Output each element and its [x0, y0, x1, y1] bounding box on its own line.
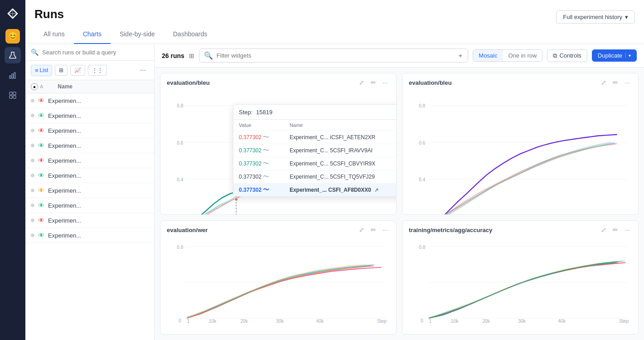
svg-text:0: 0 [179, 318, 181, 323]
list-item[interactable]: 👁 Experimen... [25, 123, 154, 138]
table-row: 0.377302 〜 Experiment_... CSFI_AF8D0XX0 … [233, 184, 397, 197]
list-item[interactable]: 👁 Experimen... [25, 93, 154, 108]
content-area: 🔍 ≡ List ⊞ 📈 ⋮⋮ ··· [25, 44, 644, 340]
chart-svg: 0.8 0 1 10k 20k 30k 40k Step [167, 237, 390, 328]
eye-icon[interactable]: 👁 [38, 127, 44, 134]
sidebar-icon-grid[interactable] [5, 87, 21, 103]
tooltip-table: Value Name Metric 0.377302 〜 Experiment_… [233, 120, 397, 196]
filter-star-icon[interactable]: ✦ [458, 52, 463, 59]
table-icon: ⊞ [59, 67, 63, 73]
svg-text:Step: Step [619, 319, 629, 324]
more-chart-button[interactable]: ··· [623, 225, 632, 234]
expand-chart-button[interactable]: ⤢ [599, 225, 608, 234]
mosaic-view-button[interactable]: Mosaic [473, 50, 503, 61]
step-label: Step: [239, 109, 252, 116]
right-panel: 26 runs ⊞ 🔍 ✦ Mosaic One in row ⧉ Contro… [155, 44, 644, 340]
eye-icon[interactable]: 👁 [38, 112, 44, 119]
main-content: Runs Full experiment history ▾ All runs … [25, 0, 644, 340]
tooltip-name: Experiment_C... 5CSFI_TQ5VFJ29 [284, 170, 397, 184]
list-icon: ≡ [35, 67, 39, 74]
svg-text:30k: 30k [518, 319, 526, 324]
sidebar-icon-chart[interactable] [5, 67, 21, 83]
run-status-dot [31, 159, 34, 162]
svg-text:0.8: 0.8 [419, 245, 426, 250]
svg-text:0.2: 0.2 [419, 214, 426, 215]
svg-text:30k: 30k [276, 319, 284, 324]
list-item[interactable]: 👁 Experimen... [25, 108, 154, 123]
tab-dashboards[interactable]: Dashboards [164, 27, 217, 44]
edit-chart-button[interactable]: ✏ [369, 225, 378, 234]
chart-title: training/metrics/agg/accuracy [409, 227, 492, 233]
chart-header: training/metrics/agg/accuracy ⤢ ✏ ··· [402, 221, 638, 237]
list-item[interactable]: 👁 Experimen... [25, 213, 154, 228]
list-view-button[interactable]: ≡ List [31, 65, 52, 76]
chart-title: evaluation/bleu [167, 79, 210, 86]
emoji-avatar[interactable]: 😊 [5, 29, 20, 44]
visibility-toggle[interactable]: ● [31, 83, 38, 90]
chevron-down-icon: ▾ [625, 14, 628, 20]
list-item[interactable]: 👁 Experimen... [25, 183, 154, 198]
view-controls: ≡ List ⊞ 📈 ⋮⋮ ··· [25, 61, 154, 80]
duplicate-label: Duplicate [598, 52, 622, 59]
eye-icon[interactable]: 👁 [38, 187, 44, 194]
chevron-down-icon: ▾ [625, 53, 631, 58]
expand-button[interactable]: ⊞ [189, 52, 194, 59]
eye-icon[interactable]: 👁 [38, 97, 44, 104]
list-item[interactable]: 👁 Experimen... [25, 153, 154, 168]
history-button[interactable]: Full experiment history ▾ [556, 10, 635, 24]
duplicate-button[interactable]: Duplicate ▾ [592, 49, 637, 62]
more-chart-button[interactable]: ··· [623, 78, 632, 87]
list-item[interactable]: 👁 Experimen... [25, 198, 154, 213]
svg-rect-6 [13, 96, 16, 98]
sidebar-icon-flask[interactable] [5, 47, 21, 63]
eye-icon[interactable]: 👁 [38, 232, 44, 239]
scatter-view-button[interactable]: ⋮⋮ [88, 65, 107, 76]
one-in-row-view-button[interactable]: One in row [503, 50, 542, 61]
chart-card-eval-wer: evaluation/wer ⤢ ✏ ··· 0.8 0 [160, 220, 397, 335]
more-chart-button[interactable]: ··· [381, 225, 390, 234]
expand-chart-button[interactable]: ⤢ [599, 78, 608, 87]
eye-icon[interactable]: 👁 [38, 142, 44, 149]
list-item[interactable]: 👁 Experimen... [25, 168, 154, 183]
tab-charts[interactable]: Charts [74, 27, 111, 44]
run-status-dot [31, 219, 34, 222]
more-options-button[interactable]: ··· [137, 64, 149, 76]
eye-icon[interactable]: 👁 [38, 172, 44, 179]
tooltip-value: 0.377302 〜 [233, 170, 284, 184]
svg-text:40k: 40k [316, 319, 324, 324]
chart-view-button[interactable]: 📈 [70, 65, 85, 76]
sliders-icon: ⧉ [553, 52, 557, 59]
table-view-button[interactable]: ⊞ [55, 65, 68, 76]
app-logo [5, 5, 21, 22]
chart-svg: 0.8 0 1 10k 20k 30k 40k Step [409, 237, 632, 328]
filter-widgets-input[interactable] [217, 52, 455, 59]
list-label: List [40, 67, 48, 73]
page-title: Runs [34, 7, 64, 21]
tab-side-by-side[interactable]: Side-by-side [111, 27, 164, 44]
table-row: 0.377302 〜 Experiment_C... 5CSFI_CBVYIR9… [233, 157, 397, 170]
chart-actions: ⤢ ✏ ··· [599, 78, 632, 87]
edit-chart-button[interactable]: ✏ [369, 78, 378, 87]
expand-chart-button[interactable]: ⤢ [357, 225, 366, 234]
run-name: Experimen... [48, 217, 149, 224]
more-chart-button[interactable]: ··· [381, 78, 390, 87]
edit-chart-button[interactable]: ✏ [611, 78, 620, 87]
eye-icon[interactable]: 👁 [38, 217, 44, 224]
tooltip-name: Experiment_C... iCSFI_AETEN2XR [284, 131, 397, 144]
tooltip-value: 0.377302 〜 [233, 184, 284, 197]
search-input[interactable] [42, 49, 149, 56]
edit-chart-button[interactable]: ✏ [611, 225, 620, 234]
eye-icon[interactable]: 👁 [38, 157, 44, 164]
svg-text:1: 1 [429, 319, 432, 324]
tooltip-name: Experiment_... CSFI_AF8D0XX0 ↗ [284, 184, 397, 197]
controls-button[interactable]: ⧉ Controls [547, 49, 587, 62]
charts-toolbar: 26 runs ⊞ 🔍 ✦ Mosaic One in row ⧉ Contro… [155, 44, 644, 68]
svg-text:0.2: 0.2 [177, 214, 184, 215]
tab-all-runs[interactable]: All runs [34, 27, 74, 44]
expand-chart-button[interactable]: ⤢ [357, 78, 366, 87]
eye-icon[interactable]: 👁 [38, 202, 44, 209]
list-item[interactable]: 👁 Experimen... [25, 228, 154, 243]
list-item[interactable]: 👁 Experimen... [25, 138, 154, 153]
svg-text:0.8: 0.8 [177, 103, 184, 108]
runs-list: ● A Name 👁 Experimen... 👁 Experimen... � [25, 80, 154, 340]
